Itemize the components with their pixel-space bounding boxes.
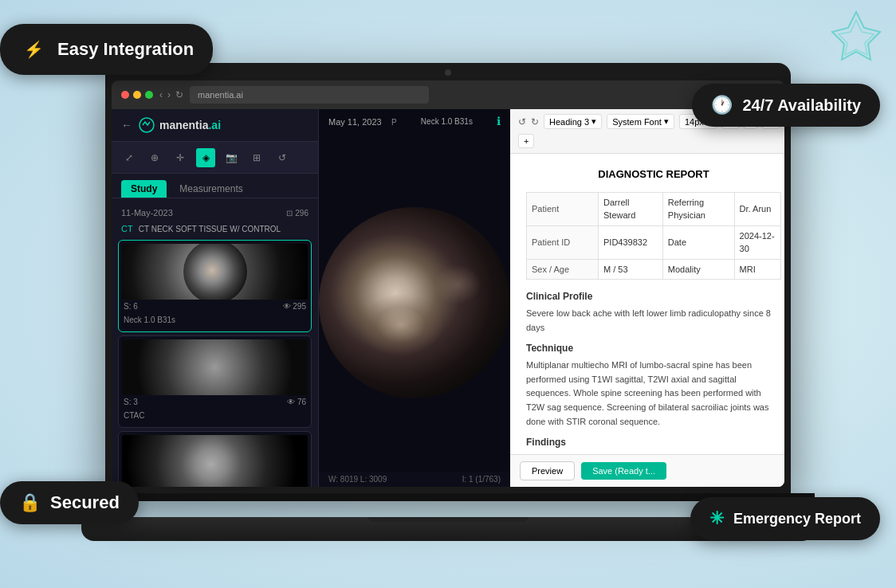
viewer-info-icon[interactable]: ℹ (497, 115, 501, 127)
clock-icon: 🕐 (711, 95, 733, 116)
thumb-count-2: 👁 76 (287, 398, 306, 406)
font-dropdown[interactable]: System Font ▾ (607, 114, 674, 129)
svg-point-0 (140, 118, 154, 132)
browser-url-bar[interactable]: manentia.ai (190, 86, 429, 104)
report-footer: Preview Save (Ready t... (510, 454, 784, 487)
viewer-date-info: May 11, 2023 P (328, 114, 397, 128)
thumbnail-3[interactable] (118, 431, 312, 487)
findings-title: Findings (526, 435, 781, 449)
redo-icon[interactable]: ↻ (531, 116, 539, 127)
plug-icon: ⚡ (19, 35, 48, 64)
minimize-dot[interactable] (133, 91, 141, 99)
study-date-row: 11-May-2023 ⊡ 296 (118, 205, 312, 221)
thumbnail-2[interactable]: S: 3 👁 76 CTAC (118, 335, 312, 428)
technique-text: Multiplanar multiecho MRI of lumbo-sacra… (526, 359, 781, 429)
study-list: 11-May-2023 ⊡ 296 CT CT NECK SOFT TISSUE… (112, 198, 318, 487)
modality-value: MRI (734, 259, 780, 280)
table-row: Patient ID PID439832 Date 2024-12-30 (527, 225, 781, 259)
toolbar-move-icon[interactable]: ⤢ (120, 148, 139, 167)
toolbar-camera-icon[interactable]: 📷 (222, 148, 241, 167)
clinical-profile-text: Severe low back ache with left lower lim… (526, 307, 781, 335)
thumb-img-3 (122, 435, 308, 487)
study-date: 11-May-2023 (121, 208, 173, 218)
secured-badge: 🔒 Secured (0, 481, 139, 524)
maximize-dot[interactable] (145, 91, 153, 99)
back-button[interactable]: ‹ (159, 89, 163, 100)
close-dot[interactable] (121, 91, 129, 99)
add-button[interactable]: + (518, 134, 534, 148)
sidebar-back-arrow[interactable]: ← (121, 119, 132, 131)
table-row: Patient Darrell Steward Referring Physic… (527, 192, 781, 225)
main-viewer: May 11, 2023 P Neck 1.0 B31s ℹ L W: 8019 (319, 109, 510, 487)
emergency-report-badge: ✳ Emergency Report (690, 497, 880, 540)
thumb-img-1 (122, 244, 308, 300)
app-logo-text: manentia.ai (159, 119, 221, 131)
patient-label: Patient (527, 192, 599, 225)
laptop-camera (445, 69, 451, 76)
clinical-profile-title: Clinical Profile (526, 289, 781, 304)
report-info-table: Patient Darrell Steward Referring Physic… (526, 192, 781, 280)
laptop-screen-outer: ‹ › ↻ manentia.ai ← (105, 63, 791, 493)
thumbnail-1[interactable]: S: 6 👁 295 Neck 1.0 B31s (118, 240, 312, 332)
ct-image-3 (122, 435, 308, 487)
url-text: manentia.ai (198, 90, 243, 100)
sidebar: ← manentia.ai ⤢ (112, 109, 319, 487)
sex-age-value: M / 53 (599, 259, 663, 280)
thumb-sub-2: CTAC (124, 411, 144, 420)
sex-age-label: Sex / Age (527, 259, 599, 280)
sidebar-header: ← manentia.ai (112, 109, 318, 142)
toolbar-refresh-icon[interactable]: ↺ (273, 148, 292, 167)
refresh-button[interactable]: ↻ (175, 89, 183, 100)
report-title: DIAGNOSTIC REPORT (526, 167, 781, 182)
toolbar-zoom-icon[interactable]: ⊕ (145, 148, 164, 167)
chevron-down-icon: ▾ (591, 116, 596, 127)
emergency-label: Emergency Report (733, 511, 861, 527)
thumb-series-2: S: 3 (124, 398, 138, 406)
preview-button[interactable]: Preview (520, 461, 575, 480)
toolbar-active-icon[interactable]: ◈ (196, 148, 215, 167)
thumb-info-2: S: 3 👁 76 (122, 395, 308, 407)
study-name: CT NECK SOFT TISSUE W/ CONTROL (139, 225, 281, 233)
toolbar-pan-icon[interactable]: ✛ (171, 148, 190, 167)
patient-id-label: Patient ID (527, 225, 599, 259)
patient-id-value: PID439832 (599, 225, 663, 259)
viewer-frame-info: I: 1 (1/763) (462, 475, 501, 484)
secured-label: Secured (50, 492, 120, 513)
laptop-screen: ‹ › ↻ manentia.ai ← (112, 80, 784, 487)
tab-study[interactable]: Study (121, 180, 167, 198)
date-label: Date (662, 225, 734, 259)
undo-icon[interactable]: ↺ (518, 116, 526, 127)
eye-icon: 👁 (283, 302, 291, 311)
thumb-img-2 (122, 339, 308, 395)
emergency-icon: ✳ (709, 508, 724, 529)
thumb-count-1: 👁 295 (283, 302, 306, 311)
ct-image-1 (122, 244, 308, 300)
tab-measurements[interactable]: Measurements (170, 180, 252, 198)
ct-label: CT (121, 224, 133, 233)
viewer-canvas[interactable]: L (319, 133, 510, 472)
thumb-series-1: S: 6 (124, 302, 138, 311)
report-content: DIAGNOSTIC REPORT Patient Darrell Stewar… (510, 154, 784, 454)
save-button[interactable]: Save (Ready t... (581, 462, 666, 480)
viewer-info-bar: May 11, 2023 P Neck 1.0 B31s ℹ (319, 109, 510, 133)
viewer-position: P (391, 118, 397, 127)
browser-dots (121, 91, 153, 99)
modality-label: Modality (662, 259, 734, 280)
date-value: 2024-12-30 (734, 225, 780, 259)
report-panel: ↺ ↻ Heading 3 ▾ System Font ▾ 14px ▾ (510, 109, 784, 487)
study-type-label: CT CT NECK SOFT TISSUE W/ CONTROL (118, 221, 312, 237)
ct-image-2 (122, 339, 308, 395)
availability-label: 24/7 Availability (742, 96, 861, 115)
viewer-toolbar: ⤢ ⊕ ✛ ◈ 📷 ⊞ ↺ (112, 142, 318, 174)
heading-dropdown[interactable]: Heading 3 ▾ (544, 114, 602, 129)
table-row: Sex / Age M / 53 Modality MRI (527, 259, 781, 280)
referring-label: Referring Physician (662, 192, 734, 225)
forward-button[interactable]: › (167, 89, 171, 100)
easy-integration-label: Easy Integration (57, 39, 194, 60)
referring-value: Dr. Arun (734, 192, 780, 225)
study-badge: ⊡ 296 (286, 209, 308, 218)
toolbar-grid-icon[interactable]: ⊞ (247, 148, 266, 167)
thumb-sub-1: Neck 1.0 B31s (124, 316, 175, 324)
ct-main-image (319, 207, 510, 398)
viewer-label: Neck 1.0 B31s (421, 117, 473, 126)
